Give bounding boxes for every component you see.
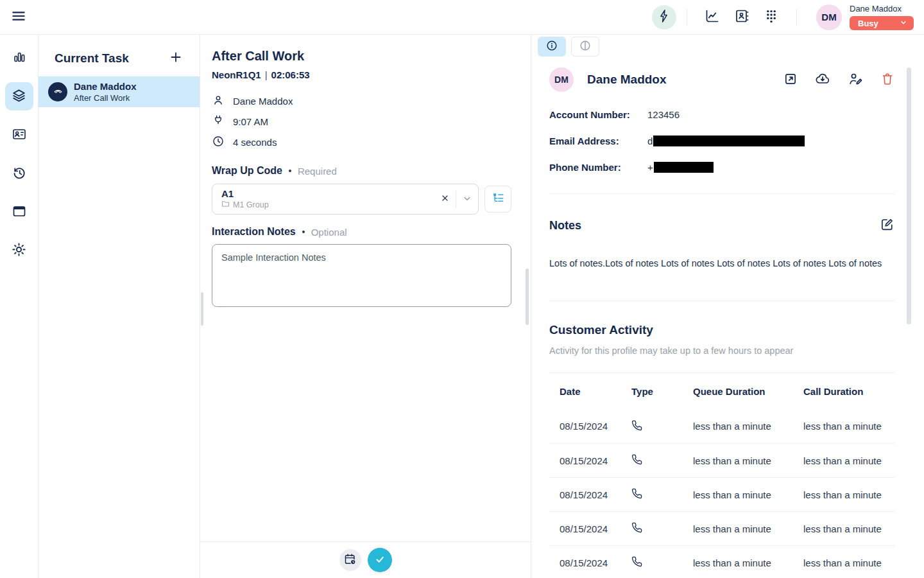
contact-book-icon [734, 8, 749, 26]
email-address-row: Email Address: d [549, 135, 894, 146]
browse-code-tree-button[interactable] [484, 186, 511, 213]
activity-date: 08/15/2024 [560, 523, 631, 534]
current-task-panel: Current Task Dane Maddox After Call Work [38, 35, 200, 578]
activity-row[interactable]: 08/15/2024 less than a minute less than … [549, 545, 894, 578]
bar-chart-icon [12, 49, 27, 67]
sidebar-item-history[interactable] [5, 159, 33, 188]
plug-icon [212, 114, 225, 129]
queue-duration: less than a minute [693, 557, 803, 568]
clear-selection-button[interactable] [440, 193, 450, 206]
hamburger-menu-button[interactable] [10, 8, 27, 26]
customer-profile-panel: DM Dane Maddox [531, 35, 924, 578]
wrap-up-code-requirement: Required [298, 166, 337, 177]
dialpad-icon [764, 8, 779, 26]
call-duration: less than a minute [803, 523, 894, 534]
activity-row[interactable]: 08/15/2024 less than a minute less than … [549, 443, 894, 477]
schedule-button[interactable] [339, 549, 361, 571]
gear-icon [11, 241, 27, 259]
status-dropdown[interactable]: Busy [850, 16, 914, 30]
cloud-download-icon [815, 71, 830, 89]
user-name: Dane Maddox [850, 4, 914, 13]
label-dot [302, 231, 305, 233]
field-label: Email Address: [549, 136, 647, 146]
user-info: Dane Maddox Busy [850, 4, 914, 30]
phone-call-icon [631, 488, 693, 501]
sidebar-item-tasks[interactable] [5, 82, 33, 110]
quick-actions-button[interactable] [652, 5, 676, 30]
complete-task-button[interactable] [368, 548, 392, 572]
wrap-up-code-group: M1 Group [233, 200, 269, 209]
add-task-button[interactable] [168, 49, 184, 67]
profile-avatar: DM [549, 67, 574, 92]
activity-row[interactable]: 08/15/2024 less than a minute less than … [549, 511, 894, 545]
activity-table-header: Date Type Queue Duration Call Duration [549, 373, 894, 409]
chevron-down-icon [461, 193, 473, 206]
queue-duration: less than a minute [693, 455, 803, 466]
status-label: Busy [858, 19, 878, 28]
open-dropdown-button[interactable] [461, 193, 473, 206]
sidebar-item-settings[interactable] [5, 236, 33, 265]
profile-fields: Account Number: 123456 Email Address: d … [549, 109, 894, 173]
activity-row[interactable]: 08/15/2024 less than a minute less than … [549, 477, 894, 511]
session-separator: | [265, 69, 268, 80]
task-list-item[interactable]: Dane Maddox After Call Work [38, 76, 200, 107]
sidebar [0, 35, 38, 578]
interaction-notes-input[interactable]: Sample Interaction Notes [212, 244, 511, 307]
notes-header: Notes [549, 217, 894, 234]
section-divider [549, 193, 894, 194]
phone-call-icon [631, 420, 693, 433]
edit-notes-button[interactable] [880, 217, 894, 234]
download-profile-button[interactable] [815, 71, 830, 89]
reports-button[interactable] [705, 8, 720, 26]
directory-button[interactable] [734, 8, 749, 26]
wrap-up-code-selection: A1 M1 Group [221, 188, 440, 210]
app-shell: Current Task Dane Maddox After Call Work… [0, 35, 924, 578]
scrollbar-thumb[interactable] [201, 292, 203, 326]
scrollbar-thumb[interactable] [526, 268, 529, 325]
tab-info[interactable] [538, 37, 566, 57]
dialpad-button[interactable] [764, 8, 779, 26]
edit-square-icon [880, 217, 894, 234]
open-profile-button[interactable] [783, 72, 798, 88]
activity-row[interactable]: 08/15/2024 less than a minute less than … [549, 409, 894, 443]
task-item-name: Dane Maddox [74, 81, 137, 92]
call-duration: less than a minute [803, 455, 894, 466]
field-label: Phone Number: [549, 162, 647, 173]
queue-duration: less than a minute [693, 421, 803, 432]
column-header-date: Date [560, 386, 631, 397]
call-duration: less than a minute [803, 557, 894, 568]
contact-name: Dane Maddox [233, 96, 293, 107]
sidebar-item-stats[interactable] [5, 44, 33, 72]
page-title: After Call Work [212, 49, 511, 64]
line-chart-icon [705, 8, 720, 26]
calendar-clock-icon [343, 552, 357, 568]
edit-contact-button[interactable] [848, 71, 863, 89]
info-icon [545, 39, 558, 54]
redacted-value-prefix: d [647, 136, 653, 146]
label-dot [289, 170, 291, 172]
interaction-notes-label: Interaction Notes [212, 226, 296, 238]
tab-insights[interactable] [571, 37, 599, 57]
queue-duration: less than a minute [693, 489, 803, 500]
select-divider [456, 190, 456, 208]
wrap-up-code-value: A1 [221, 188, 440, 199]
start-time: 9:07 AM [233, 116, 268, 127]
customer-activity-subtitle: Activity for this profile may take up to… [549, 346, 894, 356]
sidebar-item-contacts[interactable] [5, 121, 33, 149]
scrollbar-thumb[interactable] [907, 67, 911, 324]
delete-contact-button[interactable] [880, 72, 894, 88]
wrap-up-code-label-row: Wrap Up Code Required [212, 165, 511, 177]
split-circle-icon [579, 39, 592, 54]
activity-date: 08/15/2024 [560, 455, 631, 466]
profile-tabs [538, 37, 924, 57]
sidebar-item-windows[interactable] [5, 198, 33, 226]
wrap-up-code-select[interactable]: A1 M1 Group [212, 184, 479, 215]
user-avatar[interactable]: DM [816, 4, 842, 30]
person-edit-icon [848, 71, 863, 89]
contact-name-row: Dane Maddox [212, 94, 511, 107]
activity-date: 08/15/2024 [560, 421, 631, 432]
history-icon [12, 165, 27, 182]
phone-call-icon [631, 454, 693, 467]
call-duration: less than a minute [803, 489, 894, 500]
task-item-avatar [48, 82, 67, 101]
